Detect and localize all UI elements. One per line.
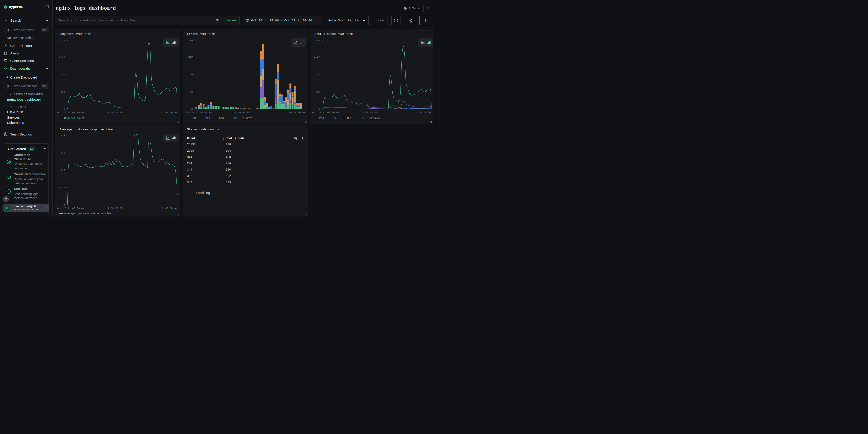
svg-text:Oct 20 11:00:00 AM: Oct 20 11:00:00 AM (57, 207, 84, 210)
svg-text:11:00:00 AM: 11:00:00 AM (415, 111, 432, 114)
svg-text:0: 0 (318, 108, 320, 111)
svg-text:2.1K: 2.1K (314, 56, 320, 58)
svg-text:280: 280 (188, 39, 193, 42)
svg-text:9:30:00 PM: 9:30:00 PM (363, 111, 377, 114)
svg-text:70: 70 (190, 91, 193, 93)
svg-text:210: 210 (188, 56, 193, 58)
svg-text:11:00:00 AM: 11:00:00 AM (161, 111, 177, 114)
svg-text:11:00:00 AM: 11:00:00 AM (161, 207, 177, 210)
svg-text:9:30:00 PM: 9:30:00 PM (108, 111, 123, 114)
svg-text:9:30:00 PM: 9:30:00 PM (108, 207, 123, 210)
svg-text:Oct 20 11:00:00 AM: Oct 20 11:00:00 AM (57, 111, 84, 114)
svg-text:0: 0 (64, 108, 65, 111)
svg-text:3.2K: 3.2K (59, 39, 65, 42)
svg-text:10:30:00 AM: 10:30:00 AM (289, 111, 305, 114)
svg-text:1.4K: 1.4K (314, 73, 320, 76)
svg-text:1.1: 1.1 (61, 151, 65, 154)
svg-text:0: 0 (64, 204, 65, 207)
svg-text:Oct 20 11:00:00 AM: Oct 20 11:00:00 AM (312, 111, 339, 114)
svg-text:2.4K: 2.4K (59, 56, 65, 58)
svg-text:800: 800 (61, 91, 65, 93)
svg-text:0: 0 (191, 108, 193, 111)
svg-text:0.35: 0.35 (59, 186, 65, 189)
svg-text:2.8K: 2.8K (314, 39, 320, 42)
svg-text:9:30:00 PM: 9:30:00 PM (235, 111, 250, 114)
svg-text:1.4: 1.4 (61, 134, 65, 137)
svg-text:Oct 20 11:00:00 AM: Oct 20 11:00:00 AM (185, 111, 212, 114)
svg-text:140: 140 (188, 73, 193, 76)
svg-text:0.7: 0.7 (61, 169, 65, 172)
svg-text:700: 700 (316, 91, 320, 93)
svg-text:1.6K: 1.6K (59, 73, 65, 76)
